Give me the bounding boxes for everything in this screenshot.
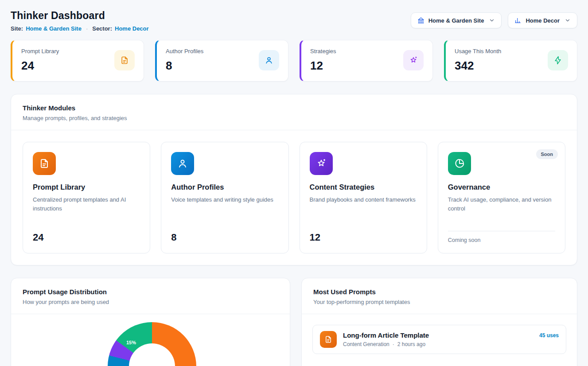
- stat-card-strategies: Strategies 12: [300, 40, 433, 82]
- sparkle-star-icon: [310, 152, 333, 175]
- stat-value: 342: [455, 59, 501, 73]
- title-block: Thinker Dashboard Site: Home & Garden Si…: [11, 10, 149, 32]
- usage-panel-header: Prompt Usage Distribution How your promp…: [11, 278, 290, 314]
- chevron-down-icon: [489, 17, 495, 23]
- site-selector-dropdown[interactable]: Home & Garden Site: [411, 12, 502, 28]
- document-icon: [33, 152, 56, 175]
- module-title: Author Profiles: [171, 183, 278, 191]
- coming-soon-text: Coming soon: [448, 231, 555, 243]
- module-description: Centralized prompt templates and AI inst…: [33, 195, 140, 213]
- site-label: Site:: [11, 25, 23, 32]
- modules-grid: Prompt Library Centralized prompt templa…: [11, 130, 577, 265]
- module-count: 12: [310, 225, 417, 243]
- prompt-category: Content Generation: [343, 341, 389, 347]
- prompt-uses-count: 45 uses: [539, 332, 559, 339]
- module-card-author-profiles[interactable]: Author Profiles Voice templates and writ…: [161, 142, 288, 253]
- prompts-panel-title: Most Used Prompts: [313, 288, 565, 296]
- sector-selector-label: Home Decor: [526, 17, 560, 24]
- stat-info: Prompt Library 24: [21, 48, 59, 73]
- prompt-timestamp: 2 hours ago: [397, 341, 425, 347]
- stat-label: Strategies: [310, 48, 336, 55]
- separator-dot: ·: [86, 25, 88, 32]
- modules-panel-title: Thinker Modules: [23, 104, 565, 112]
- stat-value: 8: [166, 59, 203, 73]
- module-description: Voice templates and writing style guides: [171, 195, 278, 204]
- user-icon: [171, 152, 194, 175]
- stat-info: Strategies 12: [310, 48, 336, 73]
- module-card-prompt-library[interactable]: Prompt Library Centralized prompt templa…: [23, 142, 150, 253]
- stat-card-author-profiles: Author Profiles 8: [155, 40, 288, 82]
- user-icon: [259, 50, 279, 70]
- module-count: 24: [33, 225, 140, 243]
- meta-separator-dot: ·: [393, 341, 394, 347]
- module-card-content-strategies[interactable]: Content Strategies Brand playbooks and c…: [300, 142, 427, 253]
- prompts-panel-header: Most Used Prompts Your top-performing pr…: [302, 278, 577, 314]
- most-used-prompts-panel: Most Used Prompts Your top-performing pr…: [301, 278, 577, 366]
- site-selector-label: Home & Garden Site: [428, 17, 484, 24]
- stat-label: Prompt Library: [21, 48, 59, 55]
- module-card-governance[interactable]: Soon Governance Track AI usage, complian…: [438, 142, 565, 253]
- donut-chart-area: 15%: [11, 314, 290, 366]
- module-title: Prompt Library: [33, 183, 140, 191]
- lightning-bolt-icon: [548, 50, 568, 70]
- usage-panel-subtitle: How your prompts are being used: [23, 299, 278, 305]
- page-title: Thinker Dashboard: [11, 10, 149, 22]
- stat-info: Author Profiles 8: [166, 48, 203, 73]
- document-icon: [320, 331, 337, 348]
- document-icon: [114, 50, 135, 70]
- module-description: Brand playbooks and content frameworks: [310, 195, 417, 204]
- thinker-modules-panel: Thinker Modules Manage prompts, profiles…: [11, 94, 577, 265]
- stat-card-prompt-library: Prompt Library 24: [11, 40, 144, 82]
- prompt-item-info: Long-form Article Template Content Gener…: [343, 331, 429, 347]
- stat-card-usage: Usage This Month 342: [444, 40, 577, 82]
- module-title: Content Strategies: [310, 183, 417, 191]
- stat-label: Usage This Month: [455, 48, 501, 55]
- usage-panel-title: Prompt Usage Distribution: [23, 288, 278, 296]
- module-description: Track AI usage, compliance, and version …: [448, 195, 555, 213]
- bottom-row: Prompt Usage Distribution How your promp…: [11, 278, 577, 366]
- sector-link[interactable]: Home Decor: [115, 25, 149, 32]
- stat-value: 12: [310, 59, 336, 73]
- prompt-item-title: Long-form Article Template: [343, 331, 429, 339]
- stats-row: Prompt Library 24 Author Profiles 8 Stra…: [11, 40, 577, 82]
- header-actions: Home & Garden Site Home Decor: [411, 12, 577, 28]
- site-link[interactable]: Home & Garden Site: [26, 25, 82, 32]
- topbar: Thinker Dashboard Site: Home & Garden Si…: [11, 10, 577, 32]
- soon-badge: Soon: [536, 149, 558, 159]
- stat-info: Usage This Month 342: [455, 48, 501, 73]
- modules-panel-header: Thinker Modules Manage prompts, profiles…: [11, 94, 577, 130]
- module-count: 8: [171, 225, 278, 243]
- stat-label: Author Profiles: [166, 48, 203, 55]
- donut-segment-label: 15%: [126, 340, 136, 345]
- bar-chart-icon: [514, 17, 522, 24]
- prompt-list-item[interactable]: Long-form Article Template Content Gener…: [312, 325, 566, 354]
- building-icon: [417, 17, 424, 24]
- usage-distribution-panel: Prompt Usage Distribution How your promp…: [11, 278, 290, 366]
- module-title: Governance: [448, 183, 555, 191]
- breadcrumb: Site: Home & Garden Site · Sector: Home …: [11, 25, 149, 32]
- pie-chart-icon: [448, 152, 471, 175]
- stat-value: 24: [21, 59, 59, 73]
- thinker-dashboard-page: Thinker Dashboard Site: Home & Garden Si…: [0, 0, 588, 366]
- chevron-down-icon: [565, 17, 571, 23]
- prompts-panel-subtitle: Your top-performing prompt templates: [313, 299, 565, 305]
- modules-panel-subtitle: Manage prompts, profiles, and strategies: [23, 115, 565, 121]
- sector-label: Sector:: [92, 25, 112, 32]
- sparkle-star-icon: [403, 50, 424, 70]
- prompt-item-meta: Content Generation · 2 hours ago: [343, 341, 429, 347]
- usage-donut: 15%: [108, 322, 196, 366]
- sector-selector-dropdown[interactable]: Home Decor: [508, 12, 577, 28]
